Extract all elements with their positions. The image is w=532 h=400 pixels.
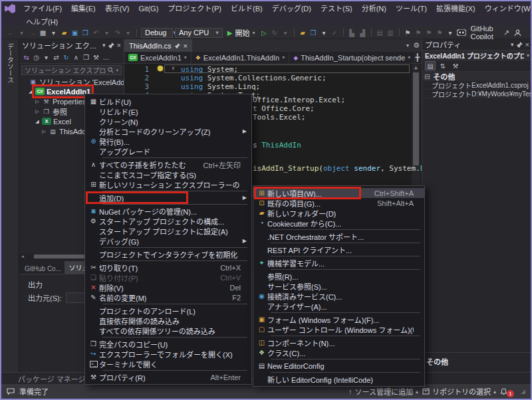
tree-item-solution[interactable]: ▣ソリューション 'ExcelAddIn1' (1/1 のプ	[19, 76, 124, 86]
pin-icon[interactable]	[175, 43, 180, 49]
menu-item-collapse-descendants[interactable]: ∧すべての子孫を折りたたむCtrl+左矢印	[85, 159, 251, 169]
chevron-down-icon[interactable]: ▾	[408, 54, 410, 60]
menu-item-initialize-interactive[interactable]: プロジェクトでインタラクティブを初期化	[85, 249, 251, 259]
menu-item-rebuild[interactable]: リビルド(E)	[85, 106, 251, 116]
menu-item-set-as-startup[interactable]: スタートアップ プロジェクトに設定(A)	[85, 226, 251, 236]
menu-item-new-editorconfig[interactable]: ▤New EditorConfig	[253, 361, 424, 371]
find-in-files-icon[interactable]: ▰	[299, 27, 307, 39]
lightbulb-icon[interactable]	[158, 66, 163, 71]
breadcrumb-project[interactable]: C#ExcelAddIn1▾	[124, 52, 192, 63]
menubar-item[interactable]: ツール(T)	[391, 2, 432, 15]
refresh-icon[interactable]: ↻	[62, 52, 70, 63]
menu-item-debug[interactable]: デバッグ(G)▶	[85, 236, 251, 246]
chevron-down-icon[interactable]: ▾	[116, 68, 118, 73]
categorized-icon[interactable]: ▤	[425, 61, 436, 70]
pin-icon[interactable]	[517, 42, 523, 48]
menubar-item-help[interactable]: ヘルプ(H)	[21, 16, 63, 27]
menu-item-existing-item[interactable]: ⊡既存の項目(G)...Shift+Alt+A	[253, 198, 424, 208]
solution-explorer-search-input[interactable]: ソリューション エクスプローラー の検索 ( ▾	[21, 65, 122, 75]
menu-item-load-entire-dependency-tree[interactable]: すべての依存関係ツリーの読み込み	[85, 326, 251, 336]
property-pages-icon[interactable]: ⚒	[450, 61, 461, 70]
properties-object-select[interactable]: ExcelAddIn1 プロジェクトのプロパティ ▾	[422, 50, 532, 60]
share-icon[interactable]: ↗	[503, 29, 509, 37]
tab-github-copilot[interactable]: GitHub Co...	[21, 264, 63, 274]
scroll-left-icon[interactable]: ◂	[19, 254, 26, 259]
save-icon[interactable]: ▣	[70, 27, 79, 39]
menubar-item[interactable]: プロジェクト(P)	[163, 2, 226, 15]
split-window-icon[interactable]: ╋	[415, 53, 420, 62]
properties-wrench-icon[interactable]: ⚒	[92, 52, 100, 63]
menu-item-load-direct-dependencies[interactable]: 直接依存関係の読み込み	[85, 316, 251, 326]
menu-item-cut[interactable]: ✂切り取り(T)Ctrl+X	[85, 262, 251, 272]
menu-item-service-reference[interactable]: サービス参照(S)...	[253, 281, 424, 291]
platform-select[interactable]: Any CPU▾	[175, 28, 223, 38]
menubar-item[interactable]: ウィンドウ(W)	[480, 2, 532, 15]
preview-selected-icon[interactable]: ❐	[82, 52, 90, 63]
close-icon[interactable]: ×	[117, 41, 121, 49]
feedback-icon[interactable]	[7, 388, 15, 395]
menu-item-manage-nuget[interactable]: ◙NuGet パッケージの管理(N)...	[85, 206, 251, 216]
menu-item-user-control[interactable]: ▢ユーザー コントロール (Windows フォーム)(U)...	[253, 324, 424, 334]
run-without-debug-icon[interactable]: ▷	[260, 27, 269, 39]
debug-configuration-select[interactable]: Debug▾	[141, 28, 173, 38]
menubar-item[interactable]: デバッグ(D)	[267, 2, 316, 15]
menu-item-class[interactable]: ❖クラス(C)...	[253, 348, 424, 357]
new-project-icon[interactable]: ▩	[39, 27, 47, 39]
chevron-down-icon[interactable]: ▾	[282, 54, 285, 60]
scrollbar-thumb[interactable]	[413, 72, 419, 165]
menu-item-dotnet-orchestrator[interactable]: .NET Orchestrator サポート...	[253, 231, 424, 241]
collapse-all-icon[interactable]: ∧	[72, 52, 80, 63]
new-project-dropdown-icon[interactable]: ▾	[49, 27, 58, 39]
menu-item-component[interactable]: ◫コンポーネント(N)...	[253, 338, 424, 348]
menu-item-copy-full-path[interactable]: ❐完全パスのコピー(U)	[85, 339, 251, 349]
menu-item-new-solution-explorer-view[interactable]: ⊞新しいソリューション エクスプローラーのビュー(N)	[85, 179, 251, 189]
alphabetical-icon[interactable]: ⇅	[438, 61, 448, 70]
menu-item-add[interactable]: 追加(D)▶	[85, 193, 251, 203]
bookmark-icon[interactable]: ⚑	[404, 27, 412, 39]
menu-item-reference[interactable]: 参照(R)...	[253, 271, 424, 281]
fold-chevron-icon[interactable]: ∨	[172, 65, 175, 71]
menu-item-delete[interactable]: ✕削除(V)Del	[85, 282, 251, 292]
expander-collapsed-icon[interactable]: ▷	[34, 109, 41, 114]
toolbar-overflow-icon[interactable]: ▾	[446, 27, 455, 39]
chevron-down-icon[interactable]: ▾	[102, 42, 106, 49]
menu-item-rest-api-client[interactable]: REST API クライアント...	[253, 245, 424, 254]
switch-views-icon[interactable]: ⇄	[52, 52, 61, 63]
menu-item-properties[interactable]: ⚒プロパティ(R)Alt+Enter	[85, 372, 251, 382]
menu-item-new-item[interactable]: ⊞新しい項目(W)...Ctrl+Shift+A	[253, 188, 424, 198]
expander-expanded-icon[interactable]: ◢	[34, 119, 41, 124]
menu-item-new-editorconfig-intellicode[interactable]: 新しい EditorConfig (IntelliCode)	[253, 374, 424, 384]
menubar-item[interactable]: 表示(V)	[100, 2, 134, 15]
overflow-icon[interactable]: …	[102, 52, 110, 63]
close-icon[interactable]: ×	[525, 41, 529, 49]
menubar-item[interactable]: Git(G)	[134, 2, 163, 15]
menu-item-scope-to-this[interactable]: ここまでスコープ指定する(S)	[85, 169, 251, 179]
menu-item-machine-learning-model[interactable]: ✦機械学習モデル...	[253, 258, 424, 268]
menu-item-rename[interactable]: ✎名前の変更(M)F2	[85, 292, 251, 302]
add-to-source-control-button[interactable]: ↑ ソース管理に追加 ▴	[348, 386, 418, 397]
menu-item-analyze-cleanup[interactable]: 分析とコードのクリーンアップ(Z)▶	[85, 126, 251, 136]
chevron-down-icon[interactable]: ▾	[511, 41, 514, 48]
gear-icon[interactable]: ⚙	[413, 41, 420, 50]
chevron-down-icon[interactable]: ▾	[184, 54, 187, 60]
sync-with-active-document-icon[interactable]: ⇆	[22, 52, 31, 63]
menu-item-new-folder[interactable]: ▰新しいフォルダー(D)	[253, 208, 424, 218]
preview-window-icon[interactable]: ❒	[309, 27, 318, 39]
scroll-up-icon[interactable]: ▲	[412, 64, 420, 72]
resize-grip[interactable]: ◢	[521, 388, 525, 395]
notifications-button[interactable]: 1	[500, 386, 514, 397]
github-copilot-icon[interactable]	[457, 29, 466, 36]
menu-item-publish[interactable]: ⊕発行(B)...	[85, 136, 251, 146]
menu-item-configure-startup[interactable]: ⚙スタートアップ プロジェクトの構成...	[85, 216, 251, 226]
preview-window-dropdown-icon[interactable]: ▾	[320, 27, 329, 39]
document-tab-thisaddin[interactable]: ThisAddIn.cs ×	[124, 39, 192, 52]
menu-item-clean[interactable]: クリーン(N)	[85, 116, 251, 126]
menu-item-unload-project[interactable]: プロジェクトのアンロード(L)	[85, 306, 251, 316]
filter-dropdown-icon[interactable]: ▾	[42, 52, 51, 63]
pin-icon[interactable]	[108, 43, 114, 49]
menubar-item[interactable]: 編集(E)	[66, 2, 100, 15]
data-sources-vertical-tab[interactable]: データソース	[5, 43, 15, 83]
open-folder-icon[interactable]: ▰	[60, 27, 68, 39]
breadcrumb-method[interactable]: ◆ThisAddIn_Startup(object sende▾	[289, 52, 415, 63]
save-all-icon[interactable]: ❒	[81, 27, 90, 39]
